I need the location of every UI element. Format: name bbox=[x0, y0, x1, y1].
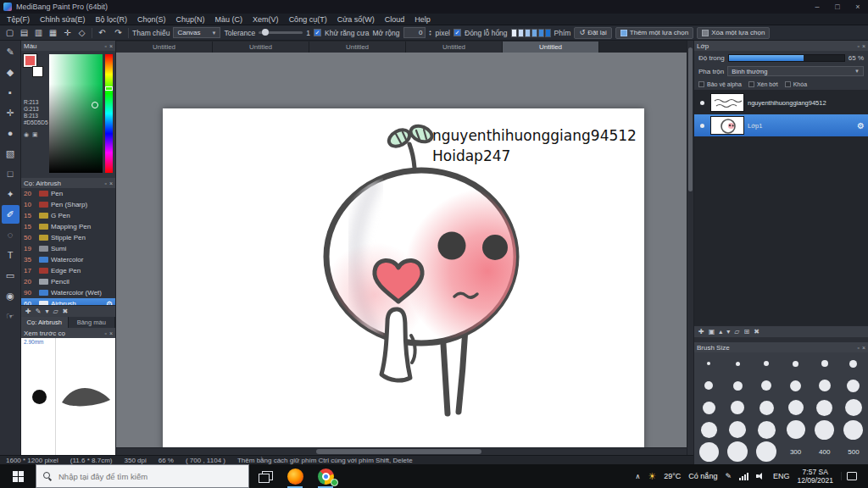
edit-brush-icon[interactable]: ✎ bbox=[36, 308, 42, 315]
new-layer-icon[interactable]: ✚ bbox=[698, 328, 704, 336]
undo-icon[interactable]: ↶ bbox=[96, 28, 108, 37]
default-colors-icon[interactable]: ▣ bbox=[32, 131, 38, 138]
canvas-tab[interactable]: Untitled bbox=[309, 42, 406, 53]
layer-down-icon[interactable]: ▾ bbox=[726, 328, 730, 336]
hue-cursor[interactable] bbox=[105, 86, 113, 91]
search-input[interactable] bbox=[58, 472, 242, 481]
menu-item[interactable]: Cloud bbox=[380, 15, 410, 24]
brush-size-cell[interactable] bbox=[782, 396, 810, 419]
menu-item[interactable]: Help bbox=[409, 15, 436, 24]
hand-tool[interactable]: ☞ bbox=[2, 307, 19, 325]
select-tool[interactable]: □ bbox=[2, 164, 19, 183]
merge-layer-icon[interactable]: ⊞ bbox=[743, 328, 749, 336]
clock[interactable]: 7:57 SA 12/09/2021 bbox=[797, 468, 833, 485]
hidden-icons-chevron[interactable]: ∧ bbox=[636, 473, 641, 480]
menu-item[interactable]: Tệp(F) bbox=[2, 15, 35, 24]
brush-item[interactable]: 15Mapping Pen bbox=[21, 221, 115, 232]
brush-size-cell[interactable] bbox=[752, 352, 781, 374]
brush-size-cell[interactable] bbox=[723, 396, 752, 419]
panel-minimize-icon[interactable]: ▫ bbox=[857, 345, 859, 351]
close-gap-level[interactable] bbox=[511, 29, 517, 37]
dot-tool[interactable]: ▪ bbox=[2, 83, 19, 102]
expand-input[interactable]: 0 bbox=[403, 27, 426, 38]
grid-icon[interactable]: ▦ bbox=[47, 28, 59, 37]
new-file-icon[interactable]: ▢ bbox=[3, 28, 16, 37]
transform-icon[interactable]: ✛ bbox=[61, 28, 74, 37]
brush-size-cell[interactable] bbox=[694, 441, 723, 463]
brush-item[interactable]: 20Pen bbox=[21, 188, 115, 199]
panel-minimize-icon[interactable]: ▫ bbox=[104, 180, 106, 186]
add-selection-button[interactable]: Thêm một lựa chọn bbox=[615, 27, 693, 39]
menu-item[interactable]: Xem(V) bbox=[248, 15, 284, 24]
brush-size-cell[interactable] bbox=[694, 419, 723, 441]
weather-condition[interactable]: Có nắng bbox=[688, 472, 717, 480]
brush-size-cell[interactable] bbox=[752, 396, 781, 419]
pen-tray-icon[interactable]: ✎ bbox=[725, 472, 732, 480]
pen-tool[interactable]: ✎ bbox=[2, 42, 19, 61]
task-view-button[interactable] bbox=[249, 464, 280, 488]
firefox-taskbar-button[interactable] bbox=[280, 464, 310, 488]
move-tool[interactable]: ✛ bbox=[2, 103, 19, 122]
menu-item[interactable]: Chỉnh sửa(E) bbox=[35, 15, 91, 24]
canvas-tab[interactable]: Untitled bbox=[116, 42, 213, 53]
layer-visibility-icon[interactable] bbox=[700, 124, 704, 128]
tab-palette[interactable]: Bảng màu bbox=[69, 317, 116, 328]
panel-close-icon[interactable]: × bbox=[109, 180, 113, 186]
reset-button[interactable]: ↺ Đặt lại bbox=[574, 27, 611, 39]
brush-size-cell[interactable] bbox=[723, 374, 752, 396]
vertical-scrollbar[interactable] bbox=[687, 41, 693, 455]
sv-cursor[interactable] bbox=[92, 102, 98, 108]
rotate-canvas-icon[interactable]: ◇ bbox=[75, 28, 88, 37]
clear-selection-button[interactable]: Xóa một lựa chọn bbox=[697, 27, 770, 39]
panel-close-icon[interactable]: × bbox=[862, 345, 865, 351]
brush-item[interactable]: 10Pen (Sharp) bbox=[21, 199, 115, 210]
lock-checkbox[interactable] bbox=[785, 81, 791, 87]
brush-size-cell[interactable] bbox=[723, 419, 752, 441]
close-gap-levels[interactable] bbox=[511, 29, 551, 37]
brush-size-cell[interactable] bbox=[782, 419, 810, 441]
brush-size-cell[interactable] bbox=[810, 419, 839, 441]
tolerance-slider[interactable] bbox=[259, 31, 303, 34]
menu-item[interactable]: Bộ lọc(R) bbox=[91, 15, 133, 24]
close-gap-level[interactable] bbox=[518, 29, 524, 37]
brush-size-cell[interactable] bbox=[694, 374, 723, 396]
close-gap-level[interactable] bbox=[525, 29, 531, 37]
brush-size-cell[interactable] bbox=[810, 396, 839, 419]
saturation-value-picker[interactable] bbox=[49, 54, 103, 173]
brush-item[interactable]: 15G Pen bbox=[21, 210, 115, 221]
eraser-tool[interactable]: ◆ bbox=[2, 63, 19, 81]
canvas-viewport[interactable]: nguyenthihuonggiang94512 Hoidap247 bbox=[116, 53, 687, 447]
blend-select[interactable]: Bình thường ▼ bbox=[727, 66, 864, 76]
canvas-drawing[interactable]: nguyenthihuonggiang94512 Hoidap247 bbox=[163, 108, 644, 447]
brush-size-cell[interactable] bbox=[723, 441, 752, 463]
text-tool[interactable]: T bbox=[2, 246, 19, 264]
language-indicator[interactable]: ENG bbox=[773, 472, 790, 480]
brush-size-cell[interactable] bbox=[839, 396, 868, 419]
expand-stepper[interactable]: ▲▼ bbox=[429, 30, 432, 36]
swap-colors-icon[interactable]: ◉ bbox=[24, 131, 29, 138]
shape-tool[interactable]: ▭ bbox=[2, 266, 19, 285]
eyedropper-tool[interactable]: ◉ bbox=[2, 286, 19, 305]
horizontal-scrollbar[interactable] bbox=[116, 447, 687, 455]
layer-up-icon[interactable]: ▴ bbox=[719, 328, 722, 336]
taskbar-search[interactable] bbox=[36, 464, 249, 488]
clipping-checkbox[interactable] bbox=[748, 81, 754, 87]
brush-size-cell[interactable] bbox=[810, 352, 839, 374]
brush-size-cell[interactable] bbox=[839, 352, 868, 374]
tab-brush[interactable]: Cọ: Airbrush bbox=[21, 317, 69, 328]
panel-close-icon[interactable]: × bbox=[109, 43, 113, 49]
add-brush-icon[interactable]: ✚ bbox=[25, 308, 31, 315]
layer-settings-icon[interactable]: ⚙ bbox=[857, 121, 865, 130]
brush-size-cell[interactable] bbox=[752, 419, 781, 441]
brush-size-cell[interactable]: 500 bbox=[839, 441, 868, 463]
brush-size-cell[interactable] bbox=[782, 374, 810, 396]
close-gap-checkbox[interactable]: ✓ bbox=[453, 29, 461, 36]
brush-item[interactable]: 19Sumi bbox=[21, 243, 115, 254]
brush-item[interactable]: 50Stipple Pen bbox=[21, 232, 115, 243]
brush-size-cell[interactable] bbox=[752, 374, 781, 396]
brush-menu-icon[interactable]: ▾ bbox=[45, 308, 48, 315]
open-file-icon[interactable]: ▤ bbox=[18, 28, 31, 37]
canvas-sheet[interactable]: nguyenthihuonggiang94512 Hoidap247 bbox=[163, 108, 644, 447]
brush-size-cell[interactable] bbox=[810, 374, 839, 396]
canvas-tab[interactable]: Untitled bbox=[503, 42, 599, 53]
